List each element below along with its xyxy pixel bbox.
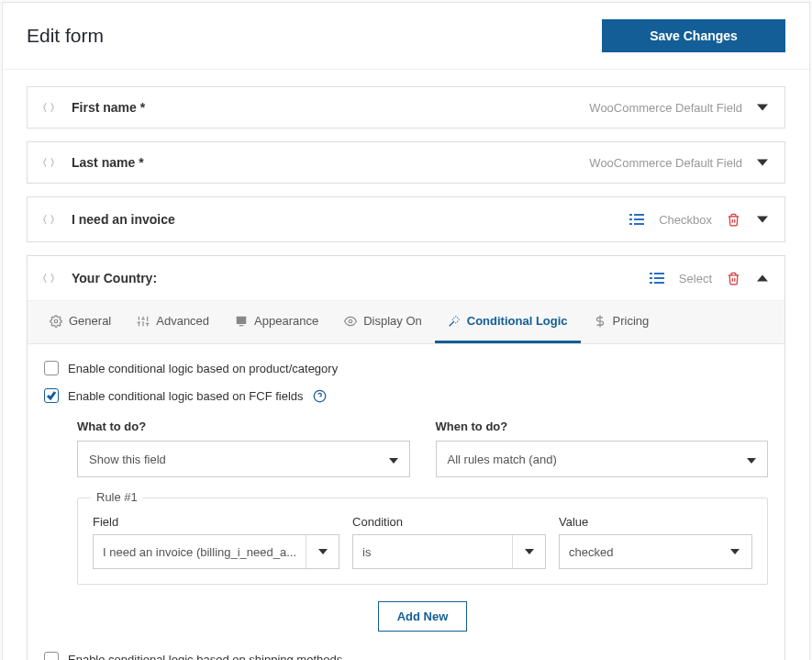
what-to-do-col: What to do? Show this field	[77, 419, 410, 477]
expand-toggle[interactable]	[755, 100, 770, 115]
tab-label: Pricing	[613, 314, 650, 328]
collapse-toggle[interactable]	[755, 271, 770, 285]
field-head[interactable]: I need an invoice Checkbox	[28, 197, 784, 241]
rule-value-label: Value	[559, 515, 752, 529]
select-value: checked	[560, 545, 718, 559]
appearance-icon	[235, 315, 248, 328]
rule-condition-col: Condition is	[352, 515, 546, 569]
select-value: All rules match (and)	[448, 453, 748, 466]
svg-point-12	[54, 319, 58, 323]
drag-handle-icon[interactable]	[42, 156, 55, 169]
eye-icon	[344, 315, 357, 328]
svg-rect-2	[629, 218, 632, 220]
tab-label: General	[69, 314, 111, 328]
expand-toggle[interactable]	[755, 212, 770, 227]
tab-appearance[interactable]: Appearance	[222, 301, 331, 343]
when-to-do-col: When to do? All rules match (and)	[436, 419, 769, 477]
rule-legend: Rule #1	[91, 490, 143, 504]
drag-handle-icon[interactable]	[42, 272, 55, 285]
drag-handle-icon[interactable]	[42, 213, 55, 226]
field-label: I need an invoice	[72, 212, 628, 227]
list-icon[interactable]	[648, 269, 666, 287]
sliders-icon	[137, 315, 150, 328]
svg-rect-23	[239, 325, 244, 326]
tab-pricing[interactable]: Pricing	[581, 301, 662, 343]
rule-box: Rule #1 Field I need an invoice (billing…	[77, 498, 768, 585]
field-type: WooCommerce Default Field	[589, 101, 742, 115]
svg-point-24	[349, 319, 352, 323]
field-type: Checkbox	[659, 213, 712, 227]
page-header: Edit form Save Changes	[3, 3, 809, 70]
tab-label: Conditional Logic	[467, 314, 568, 328]
tab-conditional-logic[interactable]: Conditional Logic	[435, 301, 581, 343]
select-value: I need an invoice (billing_i_need_a...	[94, 545, 306, 559]
rule-condition-select[interactable]: is	[352, 534, 546, 569]
fields-list: First name * WooCommerce Default Field L…	[3, 70, 809, 660]
svg-rect-0	[629, 214, 632, 216]
save-changes-button[interactable]: Save Changes	[602, 19, 785, 52]
rule-condition-label: Condition	[352, 515, 546, 529]
checkbox-product[interactable]	[44, 361, 59, 375]
checkbox-fcf[interactable]	[44, 388, 59, 403]
chevron-down-icon	[389, 453, 398, 466]
tab-advanced[interactable]: Advanced	[124, 301, 222, 343]
trash-icon[interactable]	[725, 270, 742, 287]
rule-value-select[interactable]: checked	[559, 534, 752, 569]
rule-field-label: Field	[93, 515, 339, 529]
chevron-down-icon	[747, 453, 756, 466]
svg-rect-22	[237, 316, 247, 323]
svg-rect-9	[654, 277, 664, 279]
field-type: WooCommerce Default Field	[589, 156, 742, 170]
field-row-expanded: Your Country: Select	[27, 255, 785, 660]
field-label: First name *	[72, 100, 589, 115]
tab-label: Display On	[363, 314, 422, 328]
checkbox-shipping[interactable]	[44, 652, 59, 660]
svg-rect-4	[629, 223, 632, 225]
checkbox-row-shipping: Enable conditional logic based on shippi…	[44, 652, 768, 660]
trash-icon[interactable]	[725, 211, 742, 229]
tab-label: Advanced	[156, 314, 209, 328]
dollar-icon	[594, 315, 606, 328]
chevron-down-icon	[718, 535, 751, 568]
list-icon[interactable]	[628, 210, 646, 229]
tab-general[interactable]: General	[37, 301, 124, 343]
select-value: Show this field	[89, 453, 389, 466]
field-label: Your Country:	[72, 271, 648, 285]
svg-rect-7	[654, 273, 664, 274]
wand-icon	[448, 315, 461, 328]
checkbox-label: Enable conditional logic based on FCF fi…	[68, 389, 304, 403]
svg-rect-3	[634, 218, 644, 220]
rule-value-col: Value checked	[559, 515, 752, 569]
expand-toggle[interactable]	[755, 155, 770, 170]
rule-field-select[interactable]: I need an invoice (billing_i_need_a...	[93, 534, 339, 569]
field-tabs: General Advanced Appearance Display On C…	[28, 301, 784, 344]
when-to-do-select[interactable]: All rules match (and)	[436, 441, 769, 477]
tab-label: Appearance	[254, 314, 318, 328]
page-title: Edit form	[27, 25, 104, 47]
checkbox-row-fcf: Enable conditional logic based on FCF fi…	[44, 388, 768, 403]
field-head[interactable]: Your Country: Select	[28, 256, 784, 301]
select-value: is	[353, 545, 512, 559]
field-label: Last name *	[72, 155, 589, 170]
gear-icon	[50, 315, 62, 328]
svg-rect-10	[650, 282, 652, 284]
what-to-do-select[interactable]: Show this field	[77, 441, 410, 477]
field-head[interactable]: Last name * WooCommerce Default Field	[28, 142, 784, 183]
svg-rect-11	[654, 282, 664, 284]
field-row: I need an invoice Checkbox	[27, 196, 785, 242]
add-new-button[interactable]: Add New	[378, 601, 468, 632]
when-label: When to do?	[436, 419, 769, 433]
svg-rect-8	[650, 277, 652, 279]
field-head[interactable]: First name * WooCommerce Default Field	[28, 87, 784, 128]
tab-display-on[interactable]: Display On	[331, 301, 435, 343]
chevron-down-icon	[512, 535, 545, 568]
svg-rect-6	[650, 273, 652, 274]
drag-handle-icon[interactable]	[42, 101, 55, 114]
conditional-logic-panel: Enable conditional logic based on produc…	[28, 344, 784, 660]
help-icon[interactable]	[313, 389, 327, 403]
chevron-down-icon	[306, 535, 339, 568]
what-label: What to do?	[77, 419, 410, 433]
rule-field-col: Field I need an invoice (billing_i_need_…	[93, 515, 339, 569]
checkbox-label: Enable conditional logic based on shippi…	[68, 653, 342, 661]
checkbox-label: Enable conditional logic based on produc…	[68, 362, 338, 375]
